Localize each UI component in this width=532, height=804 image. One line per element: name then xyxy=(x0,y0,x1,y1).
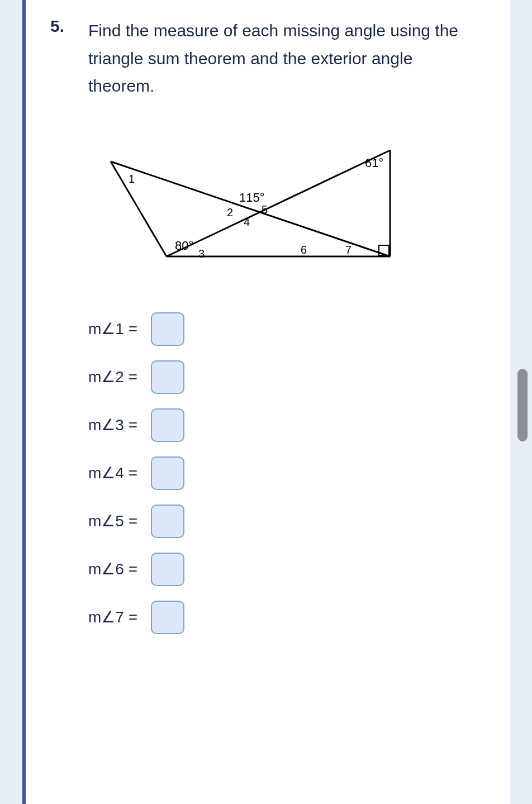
answer-label-1: m∠1 = xyxy=(88,320,144,338)
answer-input-6[interactable] xyxy=(151,553,184,586)
angle-2-label: 2 xyxy=(227,206,233,218)
angle-7-label: 7 xyxy=(345,244,352,256)
question-row: 5. Find the measure of each missing angl… xyxy=(50,17,482,100)
card-accent xyxy=(22,0,26,804)
svg-line-4 xyxy=(167,150,390,256)
answer-input-2[interactable] xyxy=(151,360,184,394)
answer-item-5: m∠5 = xyxy=(88,505,482,538)
angle-4-label: 4 xyxy=(244,216,250,228)
answer-label-5: m∠5 = xyxy=(88,512,144,530)
answer-label-3: m∠3 = xyxy=(88,416,144,434)
question-text: Find the measure of each missing angle u… xyxy=(88,17,482,100)
angle-6-label: 6 xyxy=(301,244,307,256)
answer-input-7[interactable] xyxy=(151,601,184,634)
angle-5-label: 5 xyxy=(262,203,268,216)
svg-line-3 xyxy=(111,161,390,256)
angle-1-label: 1 xyxy=(129,173,135,185)
triangle-diagram: 61° 80° 115° 1 2 3 4 5 6 7 xyxy=(88,145,401,279)
question-number: 5. xyxy=(50,17,73,100)
answer-input-5[interactable] xyxy=(151,505,184,538)
svg-line-0 xyxy=(111,161,167,256)
answer-item-1: m∠1 = xyxy=(88,312,482,346)
angle-3-label: 3 xyxy=(198,248,205,260)
angle-80-label: 80° xyxy=(175,239,193,253)
answer-input-3[interactable] xyxy=(151,408,184,442)
answer-label-7: m∠7 = xyxy=(88,608,144,626)
answer-list: m∠1 = m∠2 = m∠3 = m∠4 = m∠5 = m∠6 = m∠7 … xyxy=(88,312,482,634)
answer-item-7: m∠7 = xyxy=(88,601,482,634)
scrollbar-thumb[interactable] xyxy=(517,369,528,441)
answer-item-3: m∠3 = xyxy=(88,408,482,442)
answer-item-2: m∠2 = xyxy=(88,360,482,394)
answer-input-1[interactable] xyxy=(151,312,184,346)
answer-item-6: m∠6 = xyxy=(88,553,482,586)
answer-label-2: m∠2 = xyxy=(88,368,144,386)
angle-61-label: 61° xyxy=(365,156,383,170)
answer-item-4: m∠4 = xyxy=(88,456,482,490)
question-card: 5. Find the measure of each missing angl… xyxy=(22,0,510,804)
angle-115-label: 115° xyxy=(239,191,265,204)
answer-input-4[interactable] xyxy=(151,456,184,490)
answer-label-4: m∠4 = xyxy=(88,464,144,482)
answer-label-6: m∠6 = xyxy=(88,560,144,578)
